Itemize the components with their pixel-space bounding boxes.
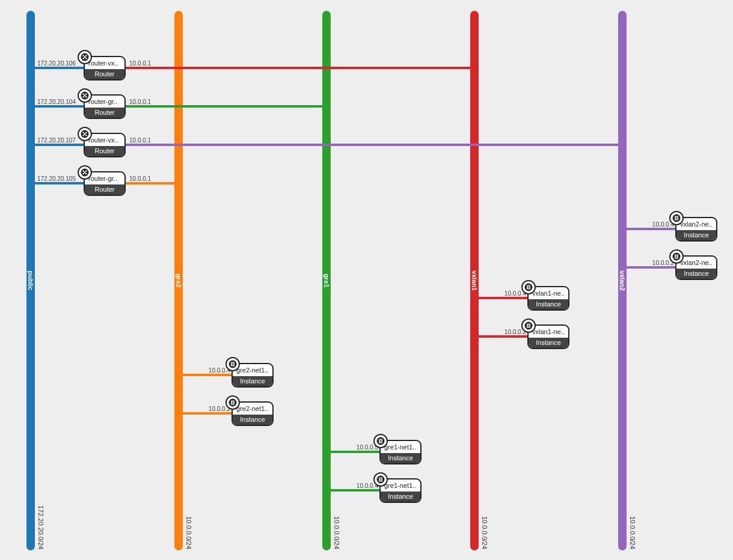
subnet-label: 172.20.20.0/24 [37,505,44,549]
node-type-label: Router [85,146,124,156]
connection-line [327,451,379,453]
connection-line [126,67,474,69]
node-name: gre2-net1.. [233,403,272,415]
svg-rect-41 [379,478,382,479]
svg-rect-26 [232,363,234,364]
connection-line [622,266,675,269]
ip-label: 172.20.20.107 [37,137,76,144]
node-type-label: Instance [381,492,420,502]
subnet-label: 10.0.0.0/24 [481,516,488,549]
connection-line [126,144,622,146]
connection-line [126,182,179,184]
instance-node[interactable]: vxlan2-ne..Instance [675,255,717,280]
router-node[interactable]: router-gr..Router [84,171,126,196]
node-name: vxlan2-ne.. [676,257,716,269]
ip-label: 10.0.0.1 [129,60,151,67]
svg-rect-36 [379,440,382,440]
connection-line [31,67,84,69]
router-node[interactable]: router-vx..Router [84,133,126,157]
router-node[interactable]: router-gr..Router [84,94,126,119]
node-type-label: Instance [529,338,568,348]
node-name: vxlan2-ne.. [676,218,716,230]
node-name: vxlan1-ne.. [529,326,568,338]
node-name: router-gr.. [85,96,124,108]
instance-node[interactable]: gre1-net1..Instance [379,478,422,503]
network-bar-public[interactable]: public172.20.20.0/24 [26,11,35,550]
router-node[interactable]: router-vx..Router [84,56,126,81]
instance-node[interactable]: gre2-net1..Instance [232,363,274,388]
network-bar-gre2[interactable]: gre210.0.0.0/24 [174,11,183,550]
instance-node[interactable]: gre1-net1..Instance [379,440,422,464]
connection-line [31,182,84,184]
node-name: gre1-net1.. [381,441,420,453]
connection-line [474,297,527,299]
svg-rect-11 [675,255,678,256]
ip-label: 10.0.0.1 [129,175,151,182]
instance-node[interactable]: vxlan1-ne..Instance [527,324,569,349]
network-bar-gre1[interactable]: gre110.0.0.0/24 [322,11,331,550]
ip-label: 172.20.20.104 [37,99,76,105]
network-label: gre1 [323,273,330,287]
instance-node[interactable]: vxlan2-ne..Instance [675,217,717,242]
instance-node[interactable]: vxlan1-ne..Instance [527,286,569,311]
network-label: vxlan1 [471,270,478,291]
node-type-label: Instance [233,376,272,386]
ip-label: 10.0.0.1 [129,137,151,144]
connection-line [179,374,232,376]
network-label: gre2 [175,273,182,287]
node-type-label: Instance [676,269,716,279]
node-name: gre2-net1.. [233,364,272,376]
svg-rect-31 [232,401,234,402]
node-type-label: Instance [676,230,716,240]
instance-node[interactable]: gre2-net1..Instance [232,401,274,426]
ip-label: 10.0.0.1 [129,99,151,105]
node-type-label: Instance [381,453,420,463]
subnet-label: 10.0.0.0/24 [629,516,636,549]
ip-label: 172.20.20.106 [37,60,76,67]
node-name: router-gr.. [85,172,124,184]
node-name: router-vx.. [85,134,124,146]
node-name: vxlan1-ne.. [529,287,568,299]
node-type-label: Router [85,184,124,195]
svg-rect-6 [675,217,678,218]
network-bar-vxlan1[interactable]: vxlan110.0.0.0/24 [470,11,479,550]
connection-line [31,144,84,146]
network-label: vxlan2 [619,270,626,291]
subnet-label: 10.0.0.0/24 [185,516,192,549]
svg-rect-21 [527,324,530,325]
node-type-label: Instance [529,299,568,309]
svg-rect-16 [527,286,530,287]
connection-line [126,105,327,108]
network-bar-vxlan2[interactable]: vxlan210.0.0.0/24 [618,11,627,550]
connection-line [622,228,675,230]
node-type-label: Router [85,69,124,79]
network-label: public [27,271,34,290]
node-name: gre1-net1.. [381,479,420,492]
subnet-label: 10.0.0.0/24 [333,516,340,549]
connection-line [474,335,527,338]
connection-line [31,105,84,108]
node-type-label: Instance [233,415,272,425]
ip-label: 172.20.20.105 [37,175,76,182]
node-type-label: Router [85,108,124,118]
connection-line [179,412,232,415]
connection-line [327,489,379,492]
node-name: router-vx.. [85,57,124,69]
